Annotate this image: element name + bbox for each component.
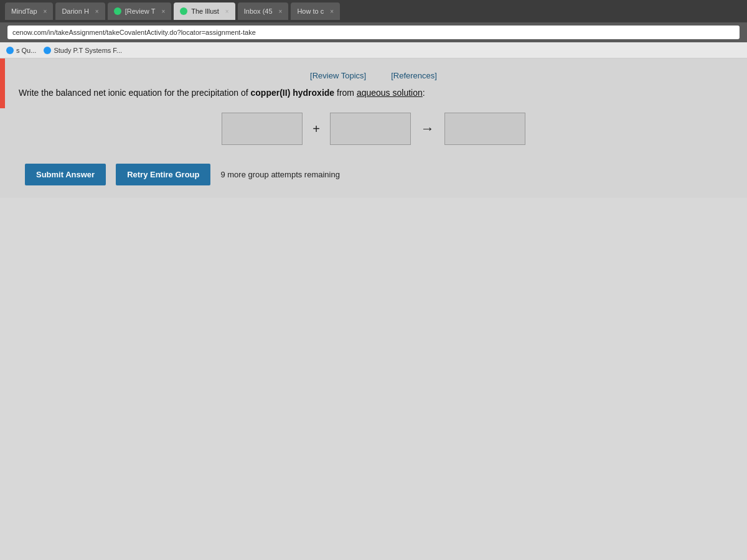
address-input[interactable] — [7, 26, 740, 39]
tab-review[interactable]: [Review T × — [108, 2, 172, 20]
tab-illust-icon — [180, 7, 187, 15]
bookmark-qu-label: s Qu... — [16, 47, 36, 54]
arrow-symbol: → — [421, 121, 435, 137]
equation-box-1[interactable] — [222, 113, 303, 145]
browser-chrome: MindTap × Darion H × [Review T × The Ill… — [0, 0, 747, 22]
left-accent-bar — [0, 58, 5, 108]
question-text-before: Write the balanced net ionic equation fo… — [19, 88, 251, 98]
question-underline: aqueous solution — [357, 88, 423, 98]
tab-inbox-label: Inbox (45 — [244, 7, 273, 15]
tab-references[interactable]: [References] — [391, 71, 437, 80]
tab-inbox[interactable]: Inbox (45 × — [238, 2, 289, 20]
bookmark-qu-icon — [6, 47, 14, 54]
equation-box-2[interactable] — [330, 113, 411, 145]
equation-row: + → — [19, 113, 728, 145]
bookmark-study[interactable]: Study P.T Systems F... — [44, 47, 122, 54]
tab-mindtap-close[interactable]: × — [44, 8, 47, 15]
main-content: [Review Topics] [References] Write the b… — [0, 58, 747, 560]
tab-mindtap[interactable]: MindTap × — [5, 2, 53, 20]
tab-illust[interactable]: The Illust × — [174, 2, 235, 20]
plus-symbol: + — [312, 122, 320, 136]
tab-howto-label: How to c — [297, 7, 324, 15]
attempts-remaining-text: 9 more group attempts remaining — [220, 170, 339, 179]
question-text-end: : — [423, 88, 425, 98]
tab-howto[interactable]: How to c × — [291, 2, 340, 20]
tab-darion[interactable]: Darion H × — [55, 2, 105, 20]
equation-box-3[interactable] — [444, 113, 525, 145]
tab-review-label: [Review T — [125, 7, 156, 15]
tab-darion-close[interactable]: × — [95, 8, 99, 15]
retry-entire-group-button[interactable]: Retry Entire Group — [116, 164, 210, 185]
submit-answer-button[interactable]: Submit Answer — [25, 164, 106, 185]
bookmark-qu[interactable]: s Qu... — [6, 47, 36, 54]
bookmarks-bar: s Qu... Study P.T Systems F... — [0, 42, 747, 58]
tab-mindtap-label: MindTap — [11, 7, 37, 15]
tab-illust-close[interactable]: × — [225, 8, 229, 15]
tab-illust-label: The Illust — [191, 7, 219, 15]
address-bar — [0, 22, 747, 42]
bookmark-study-label: Study P.T Systems F... — [54, 47, 122, 54]
question-area: [Review Topics] [References] Write the b… — [0, 58, 747, 198]
tab-review-close[interactable]: × — [161, 8, 165, 15]
question-bold: copper(II) hydroxide — [251, 88, 335, 98]
tab-review-topics[interactable]: [Review Topics] — [310, 71, 366, 80]
tab-howto-close[interactable]: × — [330, 8, 334, 15]
bookmark-study-icon — [44, 47, 51, 54]
question-text: Write the balanced net ionic equation fo… — [19, 88, 728, 98]
content-tabs: [Review Topics] [References] — [19, 71, 728, 80]
tab-darion-label: Darion H — [62, 7, 88, 15]
question-text-after: from — [334, 88, 357, 98]
tab-inbox-close[interactable]: × — [279, 8, 283, 15]
buttons-row: Submit Answer Retry Entire Group 9 more … — [25, 164, 728, 185]
tab-review-icon — [114, 7, 121, 15]
